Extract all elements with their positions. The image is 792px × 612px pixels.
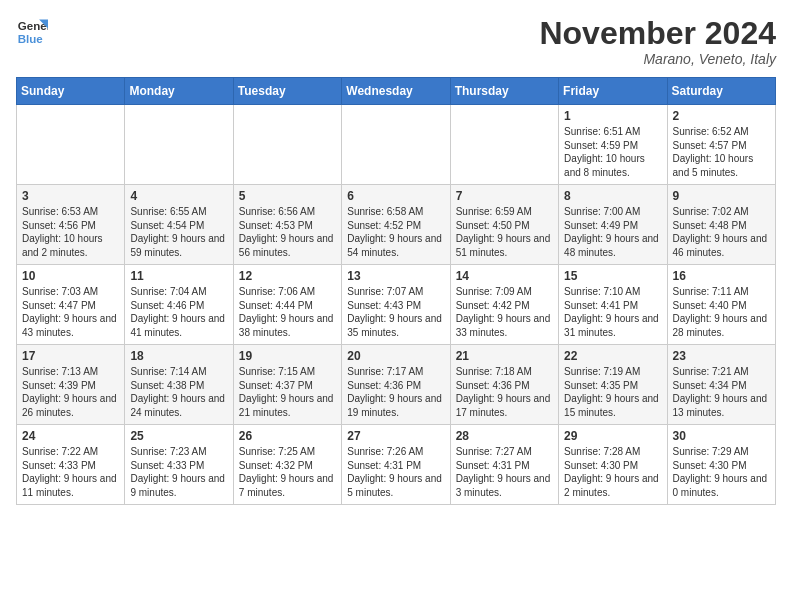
day-cell: 28Sunrise: 7:27 AM Sunset: 4:31 PM Dayli… xyxy=(450,425,558,505)
day-number: 14 xyxy=(456,269,553,283)
day-cell: 14Sunrise: 7:09 AM Sunset: 4:42 PM Dayli… xyxy=(450,265,558,345)
day-cell: 15Sunrise: 7:10 AM Sunset: 4:41 PM Dayli… xyxy=(559,265,667,345)
day-cell: 11Sunrise: 7:04 AM Sunset: 4:46 PM Dayli… xyxy=(125,265,233,345)
day-info: Sunrise: 7:19 AM Sunset: 4:35 PM Dayligh… xyxy=(564,365,661,419)
day-number: 22 xyxy=(564,349,661,363)
day-number: 7 xyxy=(456,189,553,203)
day-number: 8 xyxy=(564,189,661,203)
day-info: Sunrise: 7:28 AM Sunset: 4:30 PM Dayligh… xyxy=(564,445,661,499)
day-number: 15 xyxy=(564,269,661,283)
day-cell: 10Sunrise: 7:03 AM Sunset: 4:47 PM Dayli… xyxy=(17,265,125,345)
column-header-tuesday: Tuesday xyxy=(233,78,341,105)
day-info: Sunrise: 6:56 AM Sunset: 4:53 PM Dayligh… xyxy=(239,205,336,259)
day-cell: 4Sunrise: 6:55 AM Sunset: 4:54 PM Daylig… xyxy=(125,185,233,265)
day-cell xyxy=(450,105,558,185)
day-info: Sunrise: 6:51 AM Sunset: 4:59 PM Dayligh… xyxy=(564,125,661,179)
day-cell: 18Sunrise: 7:14 AM Sunset: 4:38 PM Dayli… xyxy=(125,345,233,425)
week-row-4: 17Sunrise: 7:13 AM Sunset: 4:39 PM Dayli… xyxy=(17,345,776,425)
column-header-wednesday: Wednesday xyxy=(342,78,450,105)
location: Marano, Veneto, Italy xyxy=(539,51,776,67)
day-cell: 19Sunrise: 7:15 AM Sunset: 4:37 PM Dayli… xyxy=(233,345,341,425)
day-cell: 13Sunrise: 7:07 AM Sunset: 4:43 PM Dayli… xyxy=(342,265,450,345)
day-info: Sunrise: 7:13 AM Sunset: 4:39 PM Dayligh… xyxy=(22,365,119,419)
day-info: Sunrise: 7:22 AM Sunset: 4:33 PM Dayligh… xyxy=(22,445,119,499)
calendar-table: SundayMondayTuesdayWednesdayThursdayFrid… xyxy=(16,77,776,505)
day-cell: 6Sunrise: 6:58 AM Sunset: 4:52 PM Daylig… xyxy=(342,185,450,265)
day-info: Sunrise: 7:17 AM Sunset: 4:36 PM Dayligh… xyxy=(347,365,444,419)
day-cell: 20Sunrise: 7:17 AM Sunset: 4:36 PM Dayli… xyxy=(342,345,450,425)
day-info: Sunrise: 6:53 AM Sunset: 4:56 PM Dayligh… xyxy=(22,205,119,259)
day-cell xyxy=(233,105,341,185)
day-info: Sunrise: 7:10 AM Sunset: 4:41 PM Dayligh… xyxy=(564,285,661,339)
day-info: Sunrise: 7:25 AM Sunset: 4:32 PM Dayligh… xyxy=(239,445,336,499)
day-number: 28 xyxy=(456,429,553,443)
day-cell: 2Sunrise: 6:52 AM Sunset: 4:57 PM Daylig… xyxy=(667,105,775,185)
logo-icon: General Blue xyxy=(16,16,48,48)
column-header-sunday: Sunday xyxy=(17,78,125,105)
day-number: 3 xyxy=(22,189,119,203)
day-number: 25 xyxy=(130,429,227,443)
day-info: Sunrise: 6:55 AM Sunset: 4:54 PM Dayligh… xyxy=(130,205,227,259)
day-number: 18 xyxy=(130,349,227,363)
day-number: 12 xyxy=(239,269,336,283)
day-info: Sunrise: 7:15 AM Sunset: 4:37 PM Dayligh… xyxy=(239,365,336,419)
day-number: 13 xyxy=(347,269,444,283)
day-info: Sunrise: 7:23 AM Sunset: 4:33 PM Dayligh… xyxy=(130,445,227,499)
day-info: Sunrise: 6:59 AM Sunset: 4:50 PM Dayligh… xyxy=(456,205,553,259)
day-number: 11 xyxy=(130,269,227,283)
day-number: 10 xyxy=(22,269,119,283)
logo: General Blue xyxy=(16,16,48,48)
day-number: 24 xyxy=(22,429,119,443)
column-header-monday: Monday xyxy=(125,78,233,105)
day-number: 17 xyxy=(22,349,119,363)
day-cell xyxy=(125,105,233,185)
day-info: Sunrise: 7:26 AM Sunset: 4:31 PM Dayligh… xyxy=(347,445,444,499)
day-number: 16 xyxy=(673,269,770,283)
day-info: Sunrise: 7:07 AM Sunset: 4:43 PM Dayligh… xyxy=(347,285,444,339)
day-info: Sunrise: 7:14 AM Sunset: 4:38 PM Dayligh… xyxy=(130,365,227,419)
day-number: 29 xyxy=(564,429,661,443)
day-number: 27 xyxy=(347,429,444,443)
week-row-3: 10Sunrise: 7:03 AM Sunset: 4:47 PM Dayli… xyxy=(17,265,776,345)
day-cell: 17Sunrise: 7:13 AM Sunset: 4:39 PM Dayli… xyxy=(17,345,125,425)
column-header-thursday: Thursday xyxy=(450,78,558,105)
day-cell: 8Sunrise: 7:00 AM Sunset: 4:49 PM Daylig… xyxy=(559,185,667,265)
day-cell: 24Sunrise: 7:22 AM Sunset: 4:33 PM Dayli… xyxy=(17,425,125,505)
week-row-1: 1Sunrise: 6:51 AM Sunset: 4:59 PM Daylig… xyxy=(17,105,776,185)
day-info: Sunrise: 7:21 AM Sunset: 4:34 PM Dayligh… xyxy=(673,365,770,419)
week-row-2: 3Sunrise: 6:53 AM Sunset: 4:56 PM Daylig… xyxy=(17,185,776,265)
day-cell: 23Sunrise: 7:21 AM Sunset: 4:34 PM Dayli… xyxy=(667,345,775,425)
day-info: Sunrise: 7:11 AM Sunset: 4:40 PM Dayligh… xyxy=(673,285,770,339)
day-cell: 25Sunrise: 7:23 AM Sunset: 4:33 PM Dayli… xyxy=(125,425,233,505)
day-info: Sunrise: 7:09 AM Sunset: 4:42 PM Dayligh… xyxy=(456,285,553,339)
day-number: 20 xyxy=(347,349,444,363)
day-cell: 12Sunrise: 7:06 AM Sunset: 4:44 PM Dayli… xyxy=(233,265,341,345)
column-header-friday: Friday xyxy=(559,78,667,105)
day-number: 4 xyxy=(130,189,227,203)
day-info: Sunrise: 7:27 AM Sunset: 4:31 PM Dayligh… xyxy=(456,445,553,499)
svg-text:Blue: Blue xyxy=(18,33,44,45)
day-number: 6 xyxy=(347,189,444,203)
day-cell: 21Sunrise: 7:18 AM Sunset: 4:36 PM Dayli… xyxy=(450,345,558,425)
day-cell xyxy=(342,105,450,185)
day-cell: 27Sunrise: 7:26 AM Sunset: 4:31 PM Dayli… xyxy=(342,425,450,505)
week-row-5: 24Sunrise: 7:22 AM Sunset: 4:33 PM Dayli… xyxy=(17,425,776,505)
day-info: Sunrise: 6:58 AM Sunset: 4:52 PM Dayligh… xyxy=(347,205,444,259)
day-info: Sunrise: 7:02 AM Sunset: 4:48 PM Dayligh… xyxy=(673,205,770,259)
day-number: 21 xyxy=(456,349,553,363)
day-cell: 22Sunrise: 7:19 AM Sunset: 4:35 PM Dayli… xyxy=(559,345,667,425)
day-info: Sunrise: 7:18 AM Sunset: 4:36 PM Dayligh… xyxy=(456,365,553,419)
day-cell: 7Sunrise: 6:59 AM Sunset: 4:50 PM Daylig… xyxy=(450,185,558,265)
day-number: 2 xyxy=(673,109,770,123)
day-cell: 1Sunrise: 6:51 AM Sunset: 4:59 PM Daylig… xyxy=(559,105,667,185)
day-cell: 16Sunrise: 7:11 AM Sunset: 4:40 PM Dayli… xyxy=(667,265,775,345)
day-info: Sunrise: 7:04 AM Sunset: 4:46 PM Dayligh… xyxy=(130,285,227,339)
column-header-saturday: Saturday xyxy=(667,78,775,105)
day-number: 26 xyxy=(239,429,336,443)
day-number: 5 xyxy=(239,189,336,203)
day-cell: 3Sunrise: 6:53 AM Sunset: 4:56 PM Daylig… xyxy=(17,185,125,265)
day-number: 1 xyxy=(564,109,661,123)
day-cell: 26Sunrise: 7:25 AM Sunset: 4:32 PM Dayli… xyxy=(233,425,341,505)
day-cell xyxy=(17,105,125,185)
day-cell: 29Sunrise: 7:28 AM Sunset: 4:30 PM Dayli… xyxy=(559,425,667,505)
